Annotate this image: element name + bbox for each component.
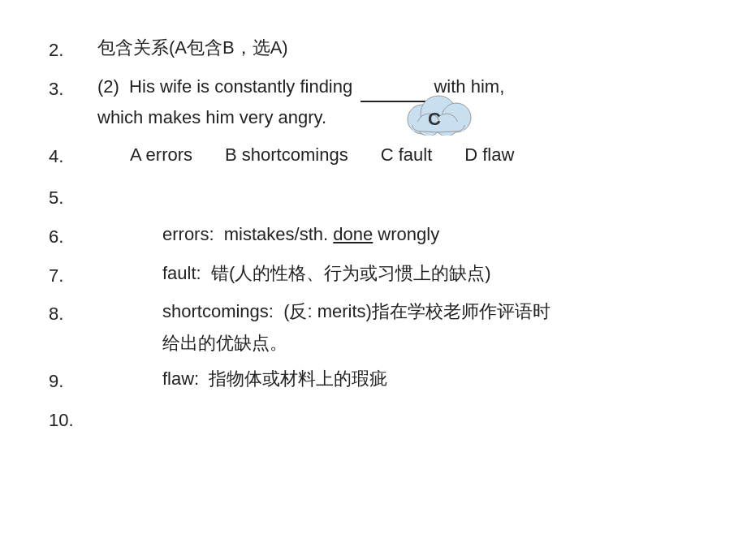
- line-text-6: errors: mistakes/sth. done wrongly: [97, 219, 698, 251]
- line-number-7: 7.: [49, 258, 97, 292]
- underlined-word-done: done: [333, 224, 373, 244]
- row-6: 6. errors: mistakes/sth. done wrongly: [49, 219, 698, 253]
- choice-c: C fault: [381, 139, 433, 171]
- line-number-4: 4.: [49, 139, 97, 173]
- line-number-2: 2.: [49, 32, 97, 67]
- row-7: 7. fault: 错(人的性格、行为或习惯上的缺点): [49, 258, 698, 292]
- line-text-8: shortcomings: (反: merits)指在学校老师作评语时 给出的优…: [97, 296, 698, 359]
- choice-d: D flaw: [464, 139, 514, 171]
- line-text-9: flaw: 指物体或材料上的瑕疵: [97, 364, 698, 395]
- cloud-label-text: C: [428, 103, 441, 136]
- row-8: 8. shortcomings: (反: merits)指在学校老师作评语时 给…: [49, 296, 698, 359]
- line-number-6: 6.: [49, 219, 97, 253]
- choice-b: B shortcomings: [225, 139, 348, 171]
- line-number-9: 9.: [49, 364, 97, 398]
- line-number-8: 8.: [49, 296, 97, 330]
- choice-a: A errors: [130, 139, 192, 171]
- line-text-2: 包含关系(A包含B，选A): [97, 32, 698, 64]
- row-10: 10.: [49, 403, 698, 437]
- line-number-3: 3.: [49, 71, 97, 106]
- row-3: 3. (2) His wife is constantly finding wi…: [49, 71, 698, 134]
- row-5: 5.: [49, 180, 698, 214]
- row-2: 2. 包含关系(A包含B，选A): [49, 32, 698, 67]
- main-content: 2. 包含关系(A包含B，选A) 3. (2) His wife is cons…: [0, 0, 747, 474]
- line-text-7: fault: 错(人的性格、行为或习惯上的缺点): [97, 258, 698, 290]
- line-number-10: 10.: [49, 403, 97, 437]
- row-4: 4. A errors B shortcomings C fault D fla…: [49, 139, 698, 176]
- line-number-5: 5.: [49, 180, 97, 214]
- row-9: 9. flaw: 指物体或材料上的瑕疵: [49, 364, 698, 398]
